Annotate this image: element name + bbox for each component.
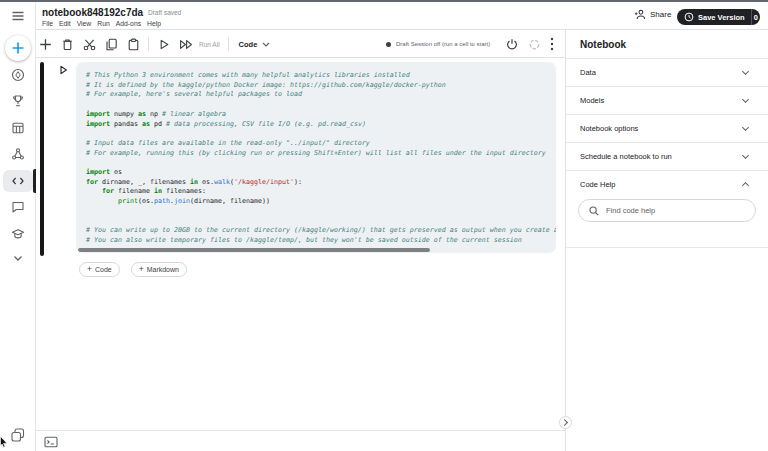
panel-section-code-help[interactable]: Code Help <box>566 170 768 198</box>
trash-icon <box>61 38 74 51</box>
cut-cell-button[interactable] <box>78 30 100 58</box>
code-editor-content[interactable]: # This Python 3 environment comes with m… <box>86 71 552 246</box>
sidebar-item-competitions[interactable] <box>0 90 35 112</box>
sidebar-item-home[interactable] <box>0 64 35 86</box>
notebook-toolbar: Run All Code Draft Session off (run a ce… <box>36 30 565 58</box>
code-help-search-input[interactable] <box>606 206 736 215</box>
comment-icon <box>11 200 25 214</box>
share-button[interactable]: Share <box>634 9 671 20</box>
cell-type-dropdown[interactable]: Code <box>239 40 271 49</box>
add-code-button[interactable]: +Code <box>79 262 120 277</box>
save-version-button[interactable]: Save Version 0 <box>677 9 760 25</box>
code-line <box>86 158 552 168</box>
chevron-down-icon <box>11 251 25 265</box>
chevron-down-icon <box>742 68 749 75</box>
menu-edit[interactable]: Edit <box>59 20 71 27</box>
menu-help[interactable]: Help <box>147 20 161 27</box>
kebab-menu-icon <box>550 37 554 51</box>
panel-section-label: Data <box>580 68 596 77</box>
window-top-edge <box>0 0 768 2</box>
code-icon <box>11 174 25 188</box>
graduation-cap-icon <box>11 227 25 241</box>
code-line: # You can also write temporary files to … <box>86 236 552 246</box>
delete-cell-button[interactable] <box>56 30 78 58</box>
session-refresh-button[interactable] <box>523 30 545 58</box>
code-line: import numpy as np # linear algebra <box>86 110 552 120</box>
toolbar-more-button[interactable] <box>545 30 559 58</box>
chevron-down-icon <box>742 152 749 159</box>
panel-section-label: Code Help <box>580 180 615 189</box>
code-line: import pandas as pd # data processing, C… <box>86 120 552 130</box>
session-status-text: Draft Session off (run a cell to start) <box>396 41 490 47</box>
sidebar-item-datasets[interactable] <box>0 117 35 139</box>
run-all-button[interactable] <box>175 30 197 58</box>
panel-section-label: Notebook options <box>580 124 638 133</box>
console-button[interactable] <box>44 434 58 451</box>
notebook-title[interactable]: notebook848192c7da <box>42 7 143 18</box>
sidebar-item-models[interactable] <box>0 143 35 165</box>
create-button[interactable] <box>0 34 35 61</box>
code-line: # You can write up to 20GB to the curren… <box>86 226 552 236</box>
menu-addons[interactable]: Add-ons <box>116 20 141 27</box>
hamburger-icon <box>11 10 25 22</box>
add-markdown-button[interactable]: +Markdown <box>131 262 187 277</box>
session-circle-icon <box>529 39 540 50</box>
menu-run[interactable]: Run <box>97 20 109 27</box>
play-icon <box>59 65 68 75</box>
sidebar-item-learn[interactable] <box>0 223 35 245</box>
hamburger-menu-button[interactable] <box>0 8 35 24</box>
chevron-down-icon <box>742 96 749 103</box>
play-icon <box>158 38 170 51</box>
panel-section-data[interactable]: Data <box>566 58 768 86</box>
panel-section-schedule-a-notebook-to-run[interactable]: Schedule a notebook to run <box>566 142 768 170</box>
menu-view[interactable]: View <box>77 20 92 27</box>
sidebar-item-discussions[interactable] <box>0 196 35 218</box>
panel-section-models[interactable]: Models <box>566 86 768 114</box>
code-line: # It is defined by the kaggle/python Doc… <box>86 81 552 91</box>
add-code-label: Code <box>95 266 112 273</box>
code-help-expanded-content <box>566 198 768 248</box>
code-line: for filename in filenames: <box>86 187 552 197</box>
run-cell-button[interactable] <box>153 30 175 58</box>
panel-title: Notebook <box>566 30 768 58</box>
session-status-dot <box>386 42 391 47</box>
mouse-cursor <box>0 436 9 448</box>
share-person-icon <box>634 9 646 20</box>
chevron-down-icon <box>742 124 749 131</box>
sidebar-more-button[interactable] <box>0 247 35 269</box>
plus-icon: + <box>87 265 92 274</box>
chevron-right-icon <box>561 419 568 426</box>
plus-icon <box>39 38 52 51</box>
code-help-search[interactable] <box>578 199 756 222</box>
sidebar-item-code[interactable] <box>0 170 35 192</box>
session-power-button[interactable] <box>501 30 523 58</box>
cell-focus-bar <box>40 62 44 256</box>
cell-type-value: Code <box>239 40 258 49</box>
cell-run-button[interactable] <box>57 64 69 76</box>
share-label: Share <box>650 10 671 19</box>
code-line: for dirname, _, filenames in os.walk('/k… <box>86 178 552 188</box>
toolbar-divider <box>148 37 149 51</box>
run-all-icon <box>179 38 194 51</box>
menu-bar: FileEditViewRunAdd-onsHelp <box>42 20 161 27</box>
add-cell-button[interactable] <box>34 30 56 58</box>
paste-cell-button[interactable] <box>122 30 144 58</box>
plus-icon <box>11 41 25 55</box>
panel-section-notebook-options[interactable]: Notebook options <box>566 114 768 142</box>
top-header: notebook848192c7da Draft saved FileEditV… <box>36 0 768 30</box>
code-line <box>86 129 552 139</box>
version-count-badge[interactable]: 0 <box>752 13 760 22</box>
notebook-editor-area: # This Python 3 environment comes with m… <box>36 58 565 430</box>
code-line <box>86 207 552 217</box>
terminal-icon <box>44 436 58 448</box>
menu-file[interactable]: File <box>42 20 53 27</box>
panel-collapse-handle[interactable] <box>559 416 572 429</box>
copy-cell-button[interactable] <box>100 30 122 58</box>
datasets-icon <box>11 121 25 135</box>
kaggle-notebook-page: notebook848192c7da Draft saved FileEditV… <box>0 0 768 451</box>
code-cell[interactable]: # This Python 3 environment comes with m… <box>76 62 556 253</box>
panel-section-label: Schedule a notebook to run <box>580 152 672 161</box>
horizontal-scrollbar[interactable] <box>78 248 430 252</box>
toolbar-divider <box>228 37 229 51</box>
code-line: print(os.path.join(dirname, filename)) <box>86 197 552 207</box>
